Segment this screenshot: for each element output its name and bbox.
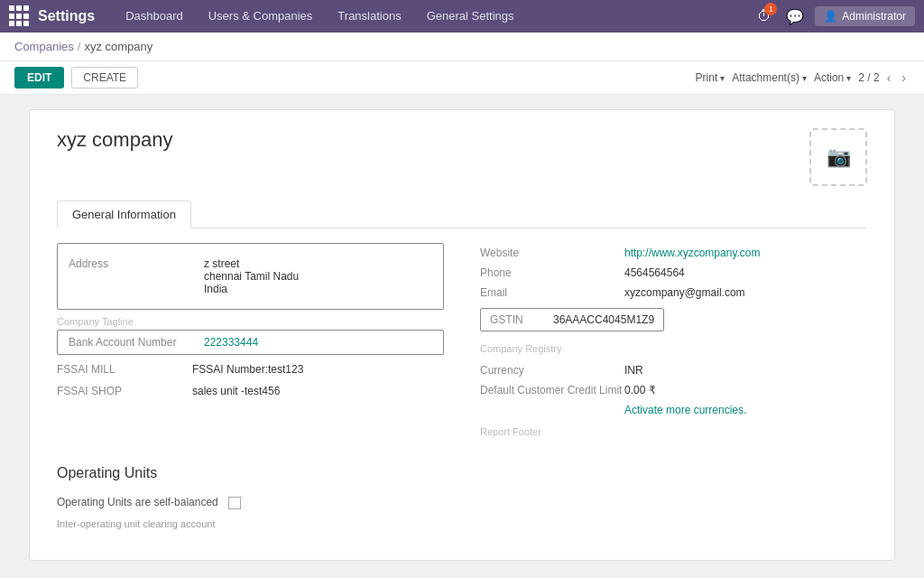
address-line3: India — [204, 283, 299, 295]
fssai-mill-value: FSSAI Number:test123 — [192, 360, 303, 378]
address-value: z street chennai Tamil Nadu India — [204, 257, 299, 295]
clearing-account-row: Inter-operating unit clearing account — [57, 513, 867, 533]
pagination: 2 / 2 ‹ › — [858, 69, 910, 87]
gstin-box[interactable]: GSTIN 36AAACC4045M1Z9 — [480, 308, 664, 331]
attachments-dropdown[interactable]: Attachment(s) ▾ — [732, 71, 807, 84]
activate-currencies-row: Activate more currencies. — [480, 400, 867, 420]
phone-row: Phone 4564564564 — [480, 263, 867, 283]
phone-value: 4564564564 — [624, 266, 685, 279]
bank-account-value: 222333444 — [204, 336, 258, 349]
record-header: xyz company 📷 — [57, 128, 867, 186]
website-label: Website — [480, 247, 624, 259]
print-caret-icon: ▾ — [720, 73, 725, 83]
record-card: xyz company 📷 General Information Addres… — [29, 109, 895, 561]
email-value: xyzcompany@gmail.com — [624, 286, 745, 299]
pagination-prev[interactable]: ‹ — [883, 69, 895, 87]
action-dropdown[interactable]: Action ▾ — [814, 71, 851, 84]
company-registry-row: Company Registry — [480, 337, 867, 360]
print-dropdown[interactable]: Print ▾ — [696, 71, 725, 84]
user-menu-button[interactable]: 👤 Administrator — [815, 6, 915, 26]
breadcrumb-current: xyz company — [84, 40, 152, 53]
edit-button[interactable]: EDIT — [14, 67, 64, 89]
attachments-caret-icon: ▾ — [802, 73, 807, 83]
action-caret-icon: ▾ — [846, 73, 851, 83]
website-value[interactable]: http://www.xyzcompany.com — [624, 247, 761, 259]
topnav-right: ⏱ 1 💬 👤 Administrator — [753, 5, 915, 29]
gstin-value: 36AAACC4045M1Z9 — [553, 313, 654, 326]
breadcrumb-separator: / — [78, 40, 81, 53]
notification-badge: 1 — [764, 3, 777, 15]
clearing-account-label: Inter-operating unit clearing account — [57, 518, 216, 529]
email-row: Email xyzcompany@gmail.com — [480, 283, 867, 303]
report-footer-placeholder: Report Footer — [480, 424, 541, 440]
record-tabs: General Information — [57, 200, 867, 228]
operating-units-title: Operating Units — [57, 465, 867, 481]
form-left: Address z street chennai Tamil Nadu Indi… — [57, 243, 444, 443]
activate-currencies-link[interactable]: Activate more currencies. — [624, 404, 746, 416]
currency-row: Currency INR — [480, 360, 867, 380]
tab-general-information[interactable]: General Information — [57, 200, 191, 228]
currency-value: INR — [624, 364, 643, 377]
self-balanced-row: Operating Units are self-balanced — [57, 492, 867, 513]
address-label: Address — [69, 257, 204, 270]
main-content: xyz company 📷 General Information Addres… — [0, 95, 924, 575]
currency-label: Currency — [480, 364, 624, 377]
breadcrumb: Companies / xyz company — [0, 33, 924, 61]
form-right: Website http://www.xyzcompany.com Phone … — [480, 243, 867, 443]
email-label: Email — [480, 286, 624, 299]
credit-limit-label: Default Customer Credit Limit — [480, 384, 624, 396]
top-nav-links: Dashboard Users & Companies Translations… — [113, 0, 753, 33]
activate-currencies-label-spacer — [480, 404, 624, 416]
bank-account-label: Bank Account Number — [69, 336, 204, 349]
company-tagline-placeholder: Company Tagline — [57, 316, 192, 327]
fssai-shop-label: FSSAI SHOP — [57, 382, 192, 400]
chat-icon[interactable]: 💬 — [782, 5, 808, 29]
credit-limit-value: 0.00 ₹ — [624, 384, 656, 396]
nav-translations[interactable]: Translations — [325, 0, 413, 33]
nav-dashboard[interactable]: Dashboard — [113, 0, 196, 33]
gstin-row: GSTIN 36AAACC4045M1Z9 — [480, 303, 867, 337]
report-footer-row: Report Footer — [480, 420, 867, 443]
fssai-row-2: FSSAI SHOP sales unit -test456 — [57, 380, 444, 402]
form-content: Address z street chennai Tamil Nadu Indi… — [57, 243, 867, 443]
apps-menu-icon[interactable] — [9, 5, 31, 27]
pagination-text: 2 / 2 — [858, 71, 879, 84]
toolbar-right-actions: Print ▾ Attachment(s) ▾ Action ▾ 2 / 2 ‹… — [696, 69, 910, 87]
user-label: Administrator — [842, 10, 906, 23]
company-registry-placeholder: Company Registry — [480, 340, 561, 357]
pagination-next[interactable]: › — [898, 69, 910, 87]
app-brand: Settings — [38, 8, 95, 24]
gstin-label: GSTIN — [490, 313, 553, 326]
operating-units-section: Operating Units Operating Units are self… — [57, 465, 867, 533]
company-tagline-row: Company Tagline — [57, 313, 444, 330]
company-photo-placeholder[interactable]: 📷 — [809, 128, 867, 186]
self-balanced-checkbox[interactable] — [228, 497, 241, 509]
address-box: Address z street chennai Tamil Nadu Indi… — [57, 243, 444, 310]
toolbar: EDIT CREATE Print ▾ Attachment(s) ▾ Acti… — [0, 61, 924, 95]
fssai-shop-value: sales unit -test456 — [192, 382, 280, 400]
credit-limit-row: Default Customer Credit Limit 0.00 ₹ — [480, 380, 867, 400]
user-avatar-icon: 👤 — [824, 10, 837, 23]
address-line1: z street — [204, 257, 299, 270]
address-line2: chennai Tamil Nadu — [204, 270, 299, 283]
website-row: Website http://www.xyzcompany.com — [480, 243, 867, 263]
nav-users-companies[interactable]: Users & Companies — [196, 0, 326, 33]
breadcrumb-parent[interactable]: Companies — [14, 40, 74, 53]
self-balanced-label: Operating Units are self-balanced — [57, 496, 219, 508]
record-title: xyz company — [57, 128, 172, 152]
create-button[interactable]: CREATE — [71, 67, 138, 89]
fssai-row-1: FSSAI MILL FSSAI Number:test123 — [57, 359, 444, 380]
activity-icon[interactable]: ⏱ 1 — [753, 5, 775, 28]
top-navigation: Settings Dashboard Users & Companies Tra… — [0, 0, 924, 33]
fssai-mill-label: FSSAI MILL — [57, 360, 192, 378]
bank-account-box[interactable]: Bank Account Number 222333444 — [57, 330, 444, 355]
phone-label: Phone — [480, 266, 624, 279]
nav-general-settings[interactable]: General Settings — [414, 0, 527, 33]
address-row: Address z street chennai Tamil Nadu Indi… — [69, 255, 432, 298]
